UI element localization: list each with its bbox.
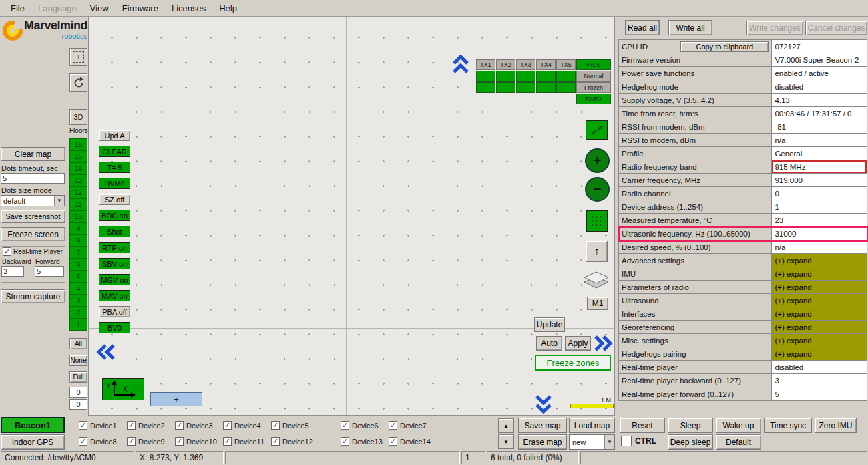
tx-cell[interactable] (496, 71, 515, 82)
device13-checkbox-item[interactable]: ✓Device13 (341, 437, 383, 446)
device9-checkbox-item[interactable]: ✓Device9 (127, 437, 165, 446)
expand-toggle[interactable]: (+) expand (772, 254, 867, 267)
param-value[interactable]: V7.000i Super-Beacon-2 (772, 53, 867, 67)
view-3d-button[interactable]: 3D (69, 109, 87, 125)
param-value[interactable]: n/a (772, 241, 867, 254)
bv0-button[interactable]: BV0 (99, 322, 130, 333)
expand-toggle[interactable]: (+) expand (772, 294, 867, 307)
device6-checkbox[interactable]: ✓ (341, 421, 349, 430)
realtime-player-checkbox-row[interactable]: ✓ Real-time Player (3, 247, 63, 256)
param-value[interactable]: 0 (772, 187, 867, 200)
dots-timeout-input[interactable] (1, 173, 65, 184)
tx5-header[interactable]: TX5 (556, 59, 576, 70)
ctrl-checkbox-item[interactable]: CTRL (621, 436, 656, 446)
param-value[interactable]: 5 (772, 388, 867, 401)
deep-sleep-button[interactable]: Deep sleep (668, 434, 713, 450)
axes-orientation-icon[interactable]: Y X (102, 378, 144, 400)
device8-checkbox-item[interactable]: ✓Device8 (79, 437, 117, 446)
expand-toggle[interactable]: (+) expand (772, 267, 867, 281)
zero-imu-button[interactable]: Zero IMU (815, 418, 857, 433)
device8-checkbox[interactable]: ✓ (79, 437, 87, 446)
up-arrow-button[interactable]: ↑ (586, 241, 608, 262)
freeze-zones-button[interactable]: Freeze zones (535, 355, 611, 371)
param-value[interactable]: 23 (772, 214, 867, 227)
floor-button[interactable]: 4 (69, 283, 87, 295)
tx3-header[interactable]: TX3 (516, 59, 535, 70)
param-value[interactable]: 31000 (772, 227, 867, 241)
rotate-icon[interactable] (69, 73, 87, 92)
device5-checkbox-item[interactable]: ✓Device5 (271, 421, 309, 430)
param-value[interactable]: n/a (772, 134, 867, 147)
param-value[interactable]: disabled (772, 361, 867, 374)
clear-map-button[interactable]: Clear map (1, 147, 65, 161)
floor-button[interactable]: 7 (69, 247, 87, 259)
floors-full-button[interactable]: Full (69, 371, 87, 383)
floor-button[interactable]: 2 (69, 307, 87, 319)
expand-toggle[interactable]: (+) expand (772, 307, 867, 321)
add-submap-button[interactable]: + (150, 392, 202, 406)
menu-help[interactable]: Help (212, 1, 244, 16)
read-all-button[interactable]: Read all (625, 20, 660, 35)
normal-button[interactable]: Normal (576, 71, 611, 82)
floor-button[interactable]: 1 (69, 319, 87, 331)
freeze-screen-button[interactable]: Freeze screen (1, 227, 65, 241)
param-value[interactable]: enabled / active (772, 67, 867, 80)
device5-checkbox[interactable]: ✓ (271, 421, 280, 430)
menu-firmware[interactable]: Firmware (116, 1, 165, 16)
layers-icon[interactable] (582, 270, 611, 291)
pan-right-icon[interactable] (593, 335, 613, 352)
time-sync-button[interactable]: Time sync (764, 418, 812, 433)
menu-view[interactable]: View (83, 1, 116, 16)
device4-checkbox-item[interactable]: ✓Device4 (223, 421, 261, 430)
fit-view-icon[interactable] (586, 120, 608, 140)
expand-toggle[interactable]: (+) expand (772, 347, 867, 361)
floor-button[interactable]: 13 (69, 174, 87, 186)
floor-button[interactable]: 16 (69, 138, 87, 150)
device7-checkbox[interactable]: ✓ (389, 421, 397, 430)
floor-button[interactable]: 15 (69, 150, 87, 162)
save-map-button[interactable]: Save map (518, 418, 567, 433)
forward-input[interactable] (35, 266, 64, 277)
t5-button[interactable]: T= 5 (99, 162, 130, 173)
param-value[interactable]: disabled (772, 80, 867, 94)
param-value[interactable]: 1 (772, 200, 867, 214)
pan-up-icon[interactable] (452, 55, 469, 75)
realtime-player-checkbox[interactable]: ✓ (3, 247, 11, 256)
tx-cell[interactable] (516, 82, 535, 93)
update-button[interactable]: Update (534, 317, 565, 332)
expand-toggle[interactable]: (+) expand (772, 334, 867, 347)
floor-button[interactable]: 9 (69, 222, 87, 235)
device4-checkbox[interactable]: ✓ (223, 421, 232, 430)
sleep-button[interactable]: Sleep (668, 418, 713, 433)
map-canvas[interactable]: Upd A CLEAR T= 5 HVM0 SZ off BDC on Shot… (89, 17, 614, 416)
upd-a-button[interactable]: Upd A (99, 130, 130, 141)
wake-up-button[interactable]: Wake up (716, 418, 761, 433)
stream-capture-button[interactable]: Stream capture (1, 289, 65, 303)
floor-button[interactable]: 8 (69, 235, 87, 247)
device-scroll-up-icon[interactable]: ▲ (498, 418, 514, 433)
hvm0-button[interactable]: HVM0 (99, 178, 130, 189)
device3-checkbox[interactable]: ✓ (175, 421, 184, 430)
device10-checkbox-item[interactable]: ✓Device10 (175, 437, 217, 446)
tx-cell[interactable] (516, 71, 535, 82)
indoor-gps-tab[interactable]: Indoor GPS (1, 434, 65, 450)
device3-checkbox-item[interactable]: ✓Device3 (175, 421, 213, 430)
floors-all-button[interactable]: All (69, 338, 87, 349)
floor-button[interactable]: 5 (69, 271, 87, 283)
device2-checkbox-item[interactable]: ✓Device2 (127, 421, 165, 430)
floor-button[interactable]: 11 (69, 198, 87, 210)
erase-map-button[interactable]: Erase map (518, 434, 567, 450)
tx-cell[interactable] (476, 71, 495, 82)
load-map-button[interactable]: Load map (569, 418, 615, 433)
device12-checkbox[interactable]: ✓ (271, 437, 280, 446)
tx1-header[interactable]: TX1 (476, 59, 495, 70)
floor-button[interactable]: 6 (69, 259, 87, 271)
device9-checkbox[interactable]: ✓ (127, 437, 136, 446)
m1-button[interactable]: M1 (587, 297, 608, 310)
device1-checkbox-item[interactable]: ✓Device1 (79, 421, 117, 430)
beacon1-tab[interactable]: Beacon1 (1, 417, 65, 433)
device6-checkbox-item[interactable]: ✓Device6 (341, 421, 379, 430)
select-move-icon[interactable]: + (69, 48, 87, 66)
map-name-select[interactable]: new ▼ (569, 434, 615, 450)
tx2-header[interactable]: TX2 (496, 59, 515, 70)
